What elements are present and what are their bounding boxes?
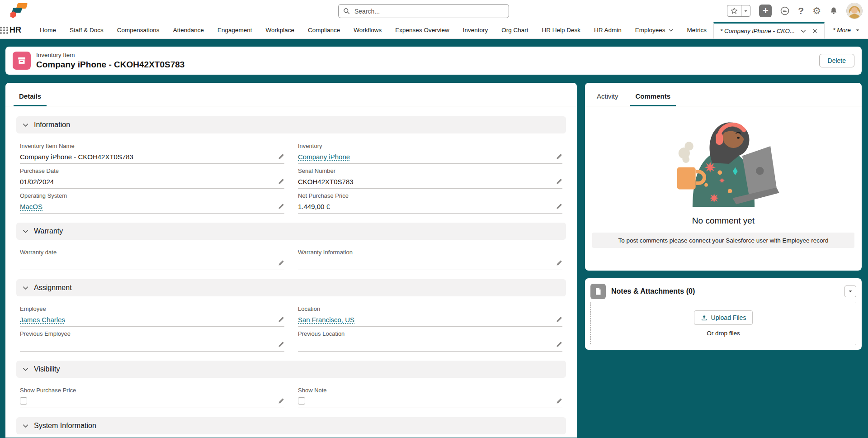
triangle-down-icon [855, 28, 860, 33]
user-avatar[interactable] [846, 3, 863, 19]
global-header: + ? ⚙ [0, 0, 868, 22]
chevron-down-icon [22, 228, 29, 235]
edit-pencil-icon[interactable] [278, 260, 284, 267]
nav-item-hr-admin[interactable]: HR Admin [587, 22, 628, 38]
chevron-down-icon [22, 122, 29, 129]
location-link[interactable]: San Francisco, US [298, 316, 354, 324]
section-header-visibility[interactable]: Visibility [16, 361, 566, 378]
assignment-fields: Employee James Charles Location San Fran… [16, 296, 566, 354]
favorites-dropdown-icon[interactable] [741, 5, 750, 16]
nav-item-workplace[interactable]: Workplace [259, 22, 302, 38]
notifications-bell-icon[interactable] [830, 7, 838, 15]
edit-pencil-icon[interactable] [556, 203, 562, 210]
nav-item-staff-docs[interactable]: Staff & Docs [63, 22, 110, 38]
app-launcher-icon[interactable] [0, 22, 9, 38]
tab-close-icon[interactable] [812, 28, 818, 34]
help-icon[interactable]: ? [798, 5, 804, 16]
active-record-tab[interactable]: * Company iPhone - CKO... [713, 22, 825, 38]
tab-chevron-down-icon[interactable] [800, 28, 807, 34]
more-tabs-dropdown[interactable]: * More [825, 22, 868, 38]
field-value: 01/02/2024 [20, 178, 54, 186]
visibility-fields: Show Purchase Price Show Note [16, 378, 566, 411]
details-panel: Details Information Inventory Item Name [5, 83, 577, 438]
tab-comments[interactable]: Comments [630, 92, 676, 106]
content-row: Details Information Inventory Item Name [5, 83, 862, 438]
nav-item-inventory[interactable]: Inventory [456, 22, 495, 38]
edit-pencil-icon[interactable] [278, 341, 284, 348]
edit-pencil-icon[interactable] [556, 341, 562, 348]
right-column: Activity Comments [585, 83, 862, 438]
field-label: Employee [20, 305, 284, 312]
field-previous-employee: Previous Employee [20, 328, 284, 352]
notes-collapse-button[interactable] [844, 286, 856, 297]
file-dropzone[interactable]: Upload Files Or drop files [590, 302, 856, 345]
chevron-down-icon [22, 423, 29, 429]
nav-item-engagement[interactable]: Engagement [211, 22, 259, 38]
edit-pencil-icon[interactable] [278, 203, 284, 210]
edit-pencil-icon[interactable] [556, 260, 562, 267]
edit-pencil-icon[interactable] [556, 398, 562, 405]
activity-comments-panel: Activity Comments [585, 83, 862, 271]
activity-tabs: Activity Comments [585, 83, 862, 106]
inventory-item-record-icon [13, 52, 31, 70]
section-header-system-information[interactable]: System Information [16, 417, 566, 434]
favorites-button-group [727, 5, 750, 17]
section-header-assignment[interactable]: Assignment [16, 279, 566, 296]
show-note-checkbox[interactable] [298, 397, 305, 405]
field-label: Show Note [298, 387, 562, 394]
edit-pencil-icon[interactable] [556, 316, 562, 323]
nav-item-hr-help-desk[interactable]: HR Help Desk [535, 22, 587, 38]
field-show-note: Show Note [298, 384, 562, 408]
nav-item-compensations[interactable]: Compensations [110, 22, 166, 38]
nav-item-employees[interactable]: Employees [628, 22, 680, 38]
setup-gear-icon[interactable]: ⚙ [812, 5, 821, 16]
field-operating-system: Operating System MacOS [20, 190, 284, 214]
edit-pencil-icon[interactable] [278, 398, 284, 405]
field-label: Previous Employee [20, 330, 284, 337]
quick-create-icon[interactable]: + [759, 5, 772, 17]
field-previous-location: Previous Location [298, 328, 562, 352]
field-label: Show Purchase Price [20, 387, 284, 394]
notes-header: Notes & Attachments (0) [590, 282, 856, 301]
upload-files-button[interactable]: Upload Files [694, 310, 753, 325]
nav-item-compliance[interactable]: Compliance [301, 22, 347, 38]
header-actions: + ? ⚙ [727, 0, 863, 22]
field-label: Warranty Information [298, 249, 562, 256]
app-window: + ? ⚙ HR Home Staff & [0, 0, 868, 438]
search-input[interactable] [354, 7, 504, 15]
nav-item-workflows[interactable]: Workflows [347, 22, 388, 38]
edit-pencil-icon[interactable] [556, 153, 562, 160]
nav-item-home[interactable]: Home [33, 22, 63, 38]
delete-button[interactable]: Delete [819, 54, 854, 67]
nav-item-org-chart[interactable]: Org Chart [495, 22, 535, 38]
inventory-link[interactable]: Company iPhone [298, 153, 350, 161]
tab-activity[interactable]: Activity [591, 92, 624, 106]
section-header-warranty[interactable]: Warranty [16, 223, 566, 240]
record-meta: Inventory Item Company iPhone - CKOH42XT… [36, 52, 184, 70]
field-label: Location [298, 305, 562, 312]
field-value: CKOH42XT0S783 [298, 178, 354, 186]
field-label: Purchase Date [20, 167, 284, 174]
operating-system-link[interactable]: MacOS [20, 203, 42, 210]
edit-pencil-icon[interactable] [278, 153, 284, 160]
nav-item-expenses-overview[interactable]: Expenses Overview [388, 22, 456, 38]
edit-pencil-icon[interactable] [278, 178, 284, 185]
employee-link[interactable]: James Charles [20, 316, 65, 324]
warranty-fields: Warranty date Warranty Information [16, 240, 566, 273]
record-header: Inventory Item Company iPhone - CKOH42XT… [5, 47, 862, 75]
show-purchase-price-checkbox[interactable] [20, 397, 27, 405]
nav-item-metrics[interactable]: Metrics [680, 22, 714, 38]
nav-item-attendance[interactable]: Attendance [166, 22, 211, 38]
edit-pencil-icon[interactable] [278, 316, 284, 323]
edit-pencil-icon[interactable] [556, 178, 562, 185]
field-show-purchase-price: Show Purchase Price [20, 384, 284, 408]
field-label: Previous Location [298, 330, 562, 337]
section-header-information[interactable]: Information [16, 116, 566, 133]
favorite-star-icon[interactable] [727, 5, 741, 16]
trailhead-icon[interactable] [780, 6, 789, 15]
tab-details[interactable]: Details [14, 92, 47, 106]
field-label: Inventory Item Name [20, 143, 284, 149]
field-inventory: Inventory Company iPhone [298, 140, 562, 164]
active-record-tab-label: * Company iPhone - CKO... [720, 28, 795, 34]
no-comment-title: No comment yet [585, 216, 862, 226]
